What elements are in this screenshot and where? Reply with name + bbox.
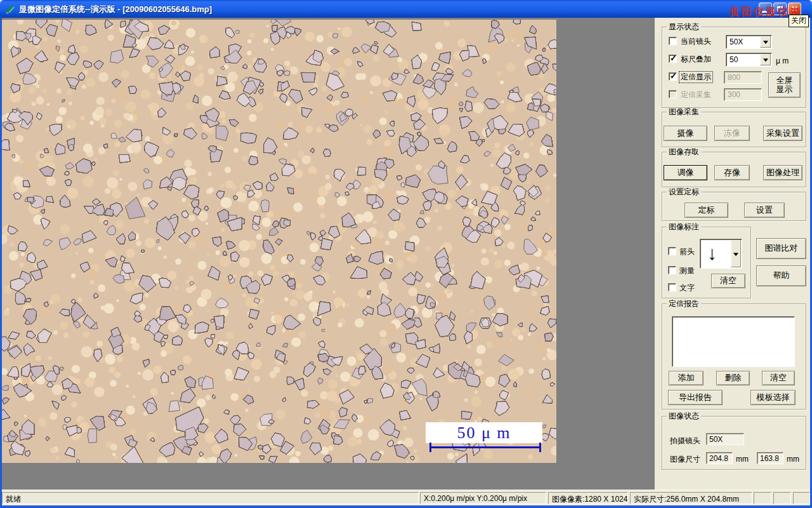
down-arrow-icon: ↓ — [707, 241, 717, 266]
storage-group: 图像存取 调像 存像 图像处理 — [662, 152, 806, 187]
ruler-value: 50 — [730, 55, 738, 64]
ruler-overlay-checkbox[interactable] — [669, 55, 677, 63]
close-tooltip: 关闭 — [789, 15, 809, 27]
load-image-button[interactable]: 调像 — [664, 165, 707, 180]
status-ready: 就绪 — [2, 492, 419, 504]
measure-checkbox[interactable] — [668, 266, 676, 274]
scale-bar-tick-right — [539, 443, 541, 452]
chevron-down-icon[interactable] — [760, 54, 771, 65]
statusbar: 就绪 X:0.200μ m/pix Y:0.200μ m/pix 图像像素:12… — [2, 490, 810, 505]
image-height-unit: mm — [787, 455, 799, 464]
current-lens-checkbox[interactable] — [669, 37, 677, 45]
help-button[interactable]: 帮助 — [756, 265, 806, 286]
measure-label: 测量 — [679, 265, 695, 276]
status-image-pixels: 图像像素:1280 X 1024 — [548, 492, 628, 504]
report-clear-button[interactable]: 清空 — [762, 371, 795, 385]
window-border-bottom — [0, 505, 812, 508]
fixed-capture-input: 300 — [724, 88, 762, 101]
calibrate-button[interactable]: 定标 — [684, 203, 728, 218]
report-group-label: 定倍报告 — [667, 300, 701, 308]
report-group: 定倍报告 添加 删除 清空 导出报告 模板选择 — [662, 304, 806, 410]
client-area: 50 μ m 显示状态 当前镜头 50X 标尺叠加 50 — [2, 18, 810, 490]
template-select-button[interactable]: 模板选择 — [750, 390, 796, 405]
scale-bar-line — [429, 446, 541, 448]
shoot-button[interactable]: 摄像 — [664, 126, 707, 141]
micrograph-image[interactable] — [2, 20, 556, 463]
control-panel: 显示状态 当前镜头 50X 标尺叠加 50 μ m 定倍显示 800 定倍采 — [655, 18, 810, 490]
report-listbox[interactable] — [672, 316, 795, 367]
status-pane-2 — [773, 492, 791, 504]
image-process-button[interactable]: 图像处理 — [763, 165, 802, 180]
capture-settings-button[interactable]: 采集设置 — [763, 126, 802, 141]
fixed-display-checkbox[interactable] — [669, 72, 677, 81]
report-export-button[interactable]: 导出报告 — [668, 390, 723, 405]
shooting-lens-field[interactable]: 50X — [706, 433, 744, 445]
fullscreen-button-line2: 显示 — [769, 85, 800, 94]
report-add-button[interactable]: 添加 — [669, 371, 704, 385]
annotation-clear-button[interactable]: 清空 — [711, 274, 745, 288]
current-lens-label: 当前镜头 — [681, 36, 711, 47]
image-width-unit: mm — [736, 455, 749, 464]
display-status-group-label: 显示状态 — [667, 23, 701, 31]
image-status-group: 图像状态 拍摄镜头 50X 图像尺寸 204.8 mm 163.8 mm — [662, 416, 806, 470]
scale-bar-label: 50 μ m — [457, 424, 511, 442]
scale-bar-tick-left — [429, 443, 431, 452]
fullscreen-button[interactable]: 全屏 显示 — [768, 72, 801, 98]
image-height-field[interactable]: 163.8 — [757, 452, 783, 464]
capture-group: 图像采集 摄像 冻像 采集设置 — [662, 112, 806, 147]
window-border-left — [0, 18, 2, 508]
report-delete-button[interactable]: 删除 — [716, 371, 750, 385]
ruler-value-select[interactable]: 50 — [726, 53, 772, 67]
fixed-display-label: 定倍显示 — [679, 72, 712, 83]
save-image-button[interactable]: 存像 — [714, 165, 750, 180]
current-lens-select[interactable]: 50X — [726, 35, 772, 49]
calibration-settings-button[interactable]: 设置 — [744, 203, 785, 218]
capture-group-label: 图像采集 — [667, 108, 701, 116]
fixed-display-input: 800 — [724, 71, 762, 84]
text-checkbox[interactable] — [668, 283, 676, 291]
app-window: 显微图像定倍系统--演示版 - [20090602055646.bmp] ✕ 贵… — [0, 0, 812, 508]
scale-bar-overlay: 50 μ m — [426, 422, 542, 443]
atlas-compare-button[interactable]: 图谱比对 — [756, 238, 806, 259]
arrow-checkbox[interactable] — [668, 247, 676, 255]
display-status-group: 显示状态 当前镜头 50X 标尺叠加 50 μ m 定倍显示 800 定倍采 — [662, 27, 806, 108]
status-actual-size: 实际尺寸:256.0mm X 204.8mm — [630, 492, 752, 504]
status-pixel-scale: X:0.200μ m/pix Y:0.200μ m/pix — [420, 492, 546, 504]
calibration-group-label: 设置定标 — [667, 188, 701, 196]
storage-group-label: 图像存取 — [667, 148, 701, 156]
status-pane-1 — [754, 492, 771, 504]
freeze-button: 冻像 — [714, 126, 750, 141]
annotation-group-label: 图像标注 — [667, 223, 701, 231]
ruler-overlay-label: 标尺叠加 — [681, 54, 711, 65]
annotation-group: 图像标注 箭头 ↓ 测量 清空 文字 — [662, 227, 751, 298]
fullscreen-button-line1: 全屏 — [769, 76, 800, 85]
window-title: 显微图像定倍系统--演示版 - [20090602055646.bmp] — [19, 4, 212, 15]
ruler-unit-label: μ m — [776, 57, 789, 65]
image-width-field[interactable]: 204.8 — [706, 452, 733, 464]
image-status-group-label: 图像状态 — [667, 412, 701, 420]
app-icon — [5, 4, 15, 14]
image-size-label: 图像尺寸 — [670, 454, 700, 465]
arrow-label: 箭头 — [679, 246, 695, 257]
fixed-capture-checkbox — [669, 90, 677, 98]
text-label: 文字 — [679, 283, 695, 293]
fixed-capture-label: 定倍采集 — [681, 90, 711, 100]
chevron-down-icon[interactable] — [731, 240, 741, 267]
shooting-lens-label: 拍摄镜头 — [670, 436, 700, 446]
arrow-style-select[interactable]: ↓ — [700, 239, 742, 269]
status-pane-3 — [793, 492, 810, 504]
titlebar[interactable]: 显微图像定倍系统--演示版 - [20090602055646.bmp] ✕ 贵… — [0, 0, 812, 18]
calibration-group: 设置定标 定标 设置 — [662, 192, 806, 221]
current-lens-value: 50X — [730, 37, 743, 46]
chevron-down-icon[interactable] — [760, 36, 771, 48]
